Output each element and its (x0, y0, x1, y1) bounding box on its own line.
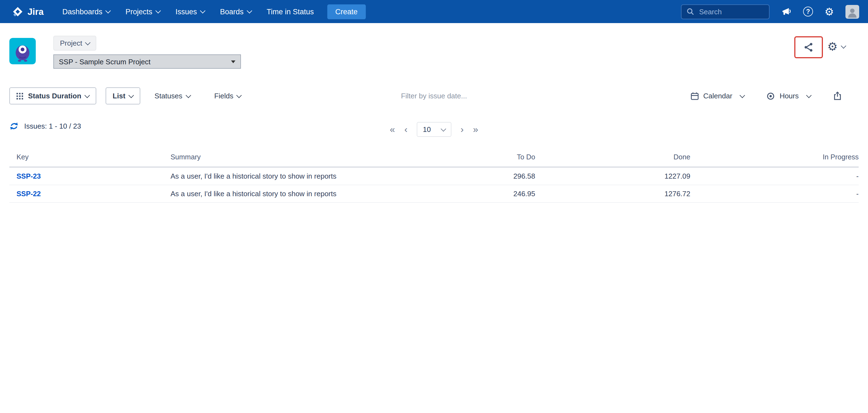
nav-item-label: Projects (125, 7, 152, 16)
layout-label: List (113, 92, 125, 100)
done-cell: 1340.05 (535, 203, 690, 207)
key-cell: SSP-21 (9, 203, 170, 207)
status-duration-table: Key Summary To Do Done In Progress SSP-2… (9, 149, 859, 207)
table-row: SSP-23 As a user, I'd like a historical … (9, 168, 859, 185)
results-summary: Issues: 1 - 10 / 23 (9, 122, 81, 131)
column-header-done[interactable]: Done (535, 153, 690, 161)
chevron-down-icon (237, 92, 242, 98)
nav-item-boards[interactable]: Boards (212, 0, 259, 23)
nav-item-projects[interactable]: Projects (118, 0, 168, 23)
report-scope-label: Project (60, 39, 82, 47)
view-type-dropdown[interactable]: Status Duration (9, 88, 96, 104)
time-unit-dropdown[interactable]: Hours (767, 92, 811, 100)
time-unit-label: Hours (780, 92, 799, 100)
statuses-dropdown[interactable]: Statuses (155, 92, 190, 100)
search-input[interactable] (698, 7, 764, 16)
global-search[interactable] (681, 4, 770, 19)
calendar-label: Calendar (703, 92, 733, 100)
issues-count-label: Issues: 1 - 10 / 23 (24, 122, 81, 130)
navbar-right-group: ? ⚙ (681, 4, 859, 19)
help-icon[interactable]: ? (803, 7, 813, 16)
chevron-down-icon (247, 8, 252, 13)
fields-label: Fields (214, 92, 233, 100)
column-header-todo[interactable]: To Do (389, 153, 535, 161)
done-cell: 1276.72 (535, 185, 690, 202)
column-header-summary[interactable]: Summary (170, 153, 389, 161)
done-cell: 1227.09 (535, 168, 690, 185)
gear-glyph: ⚙ (825, 6, 834, 17)
calendar-icon (690, 92, 699, 100)
inprogress-cell: - (690, 203, 859, 207)
summary-cell: As a user, I'd like a historical story t… (170, 168, 389, 185)
page-size-select[interactable]: 10 (417, 122, 451, 137)
chevron-down-icon (128, 92, 134, 98)
chevron-down-icon (441, 126, 446, 131)
table-row: SSP-22 As a user, I'd like a historical … (9, 185, 859, 203)
summary-cell: As a user, I'd like a historical story t… (170, 203, 389, 207)
settings-gear-icon[interactable]: ⚙ (825, 6, 834, 17)
calendar-dropdown[interactable]: Calendar (690, 92, 745, 100)
chevron-down-icon (85, 40, 91, 45)
project-avatar (9, 38, 36, 64)
chevron-down-icon (740, 92, 745, 98)
create-button[interactable]: Create (327, 4, 366, 19)
export-icon (833, 91, 842, 101)
nav-item-time-in-status[interactable]: Time in Status (259, 0, 322, 23)
jira-logo-icon (12, 6, 24, 17)
jira-logo-text: Jira (28, 6, 44, 17)
issue-key-link[interactable]: SSP-22 (17, 190, 41, 198)
next-page-button[interactable]: › (460, 125, 463, 134)
todo-cell: 183.62 (389, 203, 535, 207)
column-header-key[interactable]: Key (9, 153, 170, 161)
first-page-button[interactable]: « (390, 125, 395, 134)
nav-item-dashboards[interactable]: Dashboards (55, 0, 118, 23)
column-header-inprogress[interactable]: In Progress (690, 153, 859, 161)
key-cell: SSP-23 (9, 168, 170, 185)
fields-dropdown[interactable]: Fields (214, 92, 241, 100)
pagination: « ‹ 10 › » (390, 122, 478, 137)
hours-target-icon (767, 92, 775, 100)
chevron-down-icon (200, 8, 206, 13)
refresh-icon[interactable] (9, 122, 19, 131)
report-settings-gear[interactable]: ⚙ (827, 41, 845, 52)
export-button[interactable] (833, 91, 842, 101)
help-glyph: ? (806, 8, 810, 15)
nav-item-label: Issues (176, 7, 197, 16)
chevron-down-icon (105, 8, 111, 13)
share-button-highlighted[interactable] (794, 36, 823, 58)
jira-logo[interactable]: Jira (12, 6, 44, 17)
table-row: SSP-21 As a user, I'd like a historical … (9, 203, 859, 207)
inprogress-cell: - (690, 185, 859, 202)
user-avatar[interactable] (845, 5, 859, 19)
report-toolbar: Status Duration List Statuses Fields (9, 88, 859, 104)
prev-page-button[interactable]: ‹ (404, 125, 407, 134)
chevron-down-icon (155, 8, 161, 13)
feedback-megaphone-icon[interactable] (781, 6, 792, 17)
toolbar-right-group: Calendar Hours (690, 91, 859, 101)
top-navbar: Jira Dashboards Projects Issues Boards T… (0, 0, 868, 23)
grid-icon (17, 93, 23, 99)
todo-cell: 296.58 (389, 168, 535, 185)
report-scope-dropdown[interactable]: Project (53, 36, 96, 50)
summary-cell: As a user, I'd like a historical story t… (170, 185, 389, 202)
nav-item-issues[interactable]: Issues (168, 0, 212, 23)
nav-item-label: Boards (220, 7, 244, 16)
inprogress-cell: - (690, 168, 859, 185)
chevron-down-icon (85, 92, 90, 98)
issue-key-link[interactable]: SSP-23 (17, 172, 41, 180)
statuses-label: Statuses (155, 92, 182, 100)
view-type-label: Status Duration (28, 92, 82, 100)
chevron-down-icon (841, 43, 846, 48)
issue-date-filter-input[interactable] (356, 91, 512, 101)
table-header: Key Summary To Do Done In Progress (9, 149, 859, 168)
project-select[interactable]: SSP - Sample Scrum Project (53, 55, 241, 69)
gear-icon: ⚙ (827, 41, 838, 52)
app-window: Jira Dashboards Projects Issues Boards T… (0, 0, 868, 207)
search-icon (686, 8, 694, 15)
select-arrow-icon (231, 60, 236, 63)
nav-item-label: Time in Status (267, 7, 314, 16)
last-page-button[interactable]: » (473, 125, 478, 134)
page-size-value: 10 (423, 125, 431, 134)
nav-item-label: Dashboards (62, 7, 102, 16)
layout-dropdown[interactable]: List (105, 88, 140, 104)
